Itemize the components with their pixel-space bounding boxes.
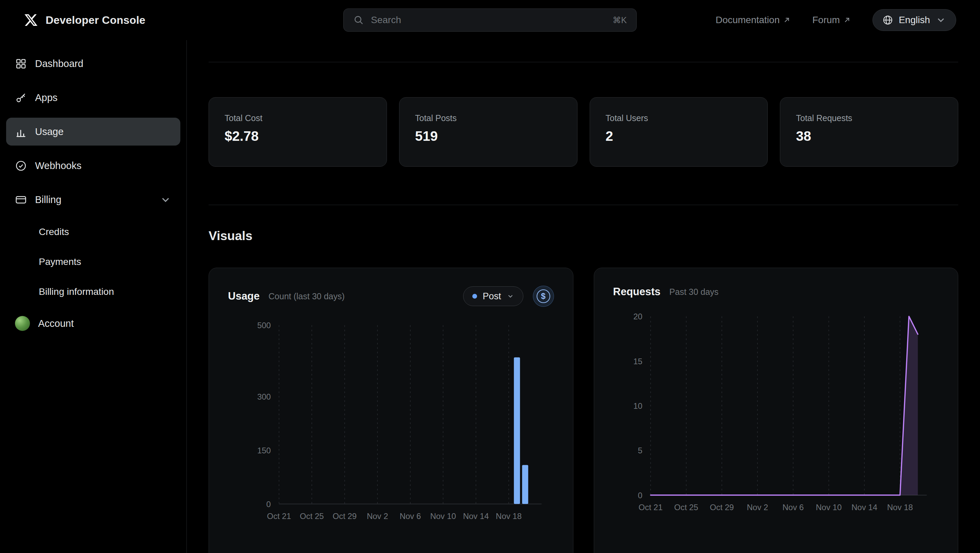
- documentation-link[interactable]: Documentation: [716, 14, 791, 25]
- search-bar[interactable]: ⌘K: [343, 8, 637, 32]
- stat-label: Total Cost: [224, 113, 371, 123]
- sidebar-item-credits[interactable]: Credits: [6, 220, 180, 244]
- svg-text:Oct 29: Oct 29: [710, 503, 734, 512]
- forum-link[interactable]: Forum: [812, 14, 851, 25]
- svg-text:Nov 6: Nov 6: [399, 512, 421, 521]
- account-avatar: [15, 316, 30, 331]
- globe-icon: [882, 14, 893, 25]
- language-label: English: [899, 14, 930, 25]
- svg-text:Oct 29: Oct 29: [333, 512, 357, 521]
- sidebar-item-billing-information[interactable]: Billing information: [6, 280, 180, 304]
- search-icon: [353, 14, 364, 25]
- svg-text:0: 0: [638, 491, 642, 500]
- cost-toggle-button[interactable]: $: [533, 286, 554, 307]
- usage-bar-chart: Oct 21Oct 25Oct 29Nov 2Nov 6Nov 10Nov 14…: [228, 316, 554, 526]
- post-filter-dropdown[interactable]: Post: [463, 286, 523, 306]
- billing-card-icon: [15, 194, 27, 206]
- stat-label: Total Posts: [415, 113, 562, 123]
- svg-text:5: 5: [638, 446, 642, 455]
- sidebar-label-apps: Apps: [35, 92, 57, 103]
- svg-text:Nov 6: Nov 6: [782, 503, 804, 512]
- x-logo-icon: [24, 13, 38, 27]
- post-filter-label: Post: [482, 291, 501, 302]
- stat-label: Total Users: [606, 113, 752, 123]
- visuals-heading: Visuals: [208, 229, 958, 243]
- svg-text:0: 0: [266, 500, 271, 509]
- chevron-down-icon: [935, 14, 946, 25]
- usage-chart-title: Usage: [228, 290, 259, 302]
- dollar-circle-icon: $: [537, 289, 550, 303]
- apps-key-icon: [15, 92, 27, 104]
- svg-text:10: 10: [633, 401, 643, 410]
- sidebar-label-billing-information: Billing information: [39, 286, 114, 297]
- dashboard-icon: [15, 58, 27, 70]
- svg-text:Oct 25: Oct 25: [300, 512, 324, 521]
- requests-chart-card: Requests Past 30 days Oct 21Oct 25Oct 29…: [594, 268, 959, 553]
- search-shortcut: ⌘K: [612, 15, 627, 25]
- app-shell: Dashboard Apps Usage Webhooks Billing: [0, 40, 980, 553]
- svg-text:20: 20: [633, 312, 643, 321]
- stat-card-total-cost: Total Cost $2.78: [208, 97, 387, 167]
- requests-chart-subtitle: Past 30 days: [669, 287, 719, 297]
- sidebar-label-webhooks: Webhooks: [35, 160, 82, 172]
- requests-chart-title: Requests: [613, 286, 661, 298]
- sidebar-item-apps[interactable]: Apps: [6, 84, 180, 111]
- main-content: Total Cost $2.78 Total Posts 519 Total U…: [187, 40, 980, 553]
- section-divider: [208, 205, 958, 205]
- section-divider: [208, 62, 958, 62]
- chevron-down-icon: [507, 292, 514, 300]
- sidebar-label-dashboard: Dashboard: [35, 58, 83, 69]
- stat-card-total-posts: Total Posts 519: [399, 97, 578, 167]
- chevron-down-icon: [159, 194, 172, 206]
- svg-text:300: 300: [257, 392, 271, 401]
- usage-chart-header: Usage Count (last 30 days) Post $: [228, 286, 554, 307]
- topbar-links: Documentation Forum English: [716, 9, 956, 31]
- requests-line-chart: Oct 21Oct 25Oct 29Nov 2Nov 6Nov 10Nov 14…: [613, 307, 939, 518]
- svg-text:Oct 21: Oct 21: [267, 512, 291, 521]
- svg-text:Nov 10: Nov 10: [816, 503, 842, 512]
- stat-value: 38: [796, 129, 942, 144]
- stat-card-total-requests: Total Requests 38: [780, 97, 958, 167]
- usage-chart-subtitle: Count (last 30 days): [269, 291, 345, 301]
- stat-label: Total Requests: [796, 113, 942, 123]
- svg-text:500: 500: [257, 321, 271, 330]
- svg-text:Nov 14: Nov 14: [463, 512, 489, 521]
- sidebar-label-usage: Usage: [35, 126, 64, 137]
- sidebar-label-billing: Billing: [35, 194, 61, 205]
- usage-barchart-icon: [15, 126, 27, 138]
- charts-row: Usage Count (last 30 days) Post $: [208, 268, 958, 553]
- usage-chart-card: Usage Count (last 30 days) Post $: [208, 268, 573, 553]
- stat-value: $2.78: [224, 129, 371, 144]
- svg-text:Nov 14: Nov 14: [851, 503, 877, 512]
- sidebar-label-payments: Payments: [39, 256, 81, 267]
- stats-row: Total Cost $2.78 Total Posts 519 Total U…: [208, 97, 958, 167]
- svg-text:Nov 2: Nov 2: [746, 503, 768, 512]
- search-input[interactable]: [371, 14, 606, 25]
- sidebar-label-credits: Credits: [39, 227, 69, 237]
- svg-text:15: 15: [633, 357, 643, 366]
- usage-chart-controls: Post $: [463, 286, 554, 307]
- sidebar-item-payments[interactable]: Payments: [6, 249, 180, 274]
- sidebar: Dashboard Apps Usage Webhooks Billing: [0, 40, 187, 553]
- sidebar-label-account: Account: [38, 318, 74, 329]
- sidebar-item-webhooks[interactable]: Webhooks: [6, 152, 180, 180]
- sidebar-item-account[interactable]: Account: [6, 310, 180, 337]
- sidebar-item-billing[interactable]: Billing: [6, 186, 180, 214]
- post-series-dot: [472, 294, 477, 299]
- language-button[interactable]: English: [872, 9, 956, 31]
- svg-text:150: 150: [257, 446, 271, 455]
- topbar: Developer Console ⌘K Documentation Forum…: [0, 0, 980, 40]
- stat-card-total-users: Total Users 2: [590, 97, 768, 167]
- svg-text:Nov 10: Nov 10: [430, 512, 456, 521]
- svg-text:Nov 2: Nov 2: [367, 512, 388, 521]
- svg-text:Oct 21: Oct 21: [638, 503, 662, 512]
- webhooks-icon: [15, 160, 27, 172]
- external-arrow-icon: [843, 16, 851, 24]
- app-title: Developer Console: [46, 14, 145, 27]
- sidebar-item-dashboard[interactable]: Dashboard: [6, 50, 180, 78]
- documentation-label: Documentation: [716, 14, 780, 25]
- external-arrow-icon: [782, 16, 791, 24]
- svg-text:Nov 18: Nov 18: [887, 503, 913, 512]
- sidebar-item-usage[interactable]: Usage: [6, 118, 180, 146]
- brand: Developer Console: [24, 13, 145, 27]
